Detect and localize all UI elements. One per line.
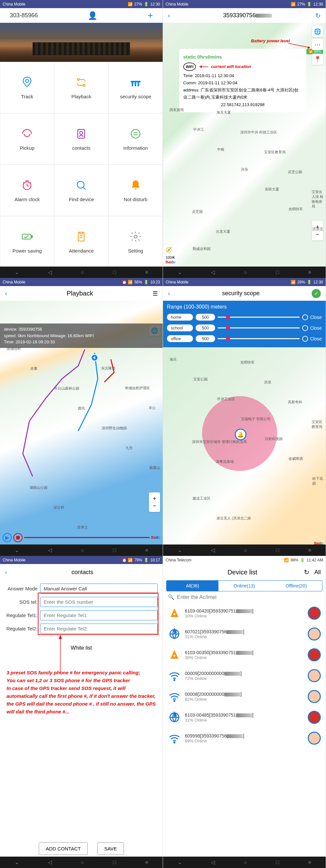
map[interactable]: device: 3593390756 speed: 0km Northbound… <box>0 301 163 545</box>
avatar[interactable] <box>308 627 321 641</box>
menu-item-pickup[interactable]: Pickup <box>0 113 54 165</box>
avatar[interactable] <box>308 690 321 703</box>
fence-range-input[interactable] <box>196 314 215 320</box>
playback-slider[interactable] <box>24 537 150 538</box>
nav-more[interactable]: ≡ <box>308 860 311 865</box>
nav-back[interactable]: ◁ <box>211 269 215 275</box>
menu-item-alarm-clock[interactable]: Alarm clock <box>0 165 54 216</box>
avatar[interactable] <box>308 648 321 661</box>
all-label[interactable]: All <box>314 569 321 576</box>
nav-back[interactable]: ◁ <box>48 547 52 553</box>
fence-range-input[interactable] <box>196 324 215 331</box>
device-item[interactable]: 6103-00420[3593390751]10% Online <box>163 603 326 624</box>
fence-name-input[interactable] <box>167 314 193 320</box>
avatar[interactable] <box>308 669 321 682</box>
map-globe[interactable]: 🌐 <box>312 26 323 37</box>
nav-home[interactable]: ○ <box>244 548 247 553</box>
nav-more[interactable]: ≡ <box>145 270 148 275</box>
menu-item-setting[interactable]: Setting <box>109 216 163 268</box>
range-slider[interactable] <box>218 317 300 318</box>
search-input[interactable] <box>177 594 321 600</box>
nav-home[interactable]: ○ <box>81 860 84 865</box>
menu-item-not-disturb[interactable]: Not disturb <box>109 165 163 216</box>
menu-item-contacts[interactable]: contacts <box>54 113 108 165</box>
nav-back[interactable]: ◁ <box>211 547 215 553</box>
nav-home[interactable]: ○ <box>81 548 84 553</box>
refresh-icon[interactable]: ↻ <box>315 12 321 20</box>
menu-item-security-scope[interactable]: security scope <box>109 62 163 113</box>
nav-recent[interactable]: □ <box>276 270 279 275</box>
device-item[interactable]: 00008[2000000000]62% Online <box>163 686 326 707</box>
nav-home[interactable]: ○ <box>81 270 84 275</box>
add-icon[interactable]: + <box>148 10 153 21</box>
nav-recent[interactable]: □ <box>276 860 279 865</box>
nav-menu[interactable]: ⌄ <box>15 547 19 553</box>
nav-more[interactable]: ≡ <box>145 548 148 553</box>
map-zoom[interactable]: +− <box>312 221 323 241</box>
whitelist-link[interactable]: White list <box>0 640 163 656</box>
range-slider[interactable] <box>218 338 300 339</box>
avatar[interactable] <box>308 732 321 745</box>
answer-mode-select[interactable]: Manual Answer Call <box>40 584 158 594</box>
menu-item-attendance[interactable]: Attendance <box>54 216 108 268</box>
nav-more[interactable]: ≡ <box>308 548 311 553</box>
map-zoom[interactable]: +− <box>149 492 160 512</box>
compass-icon[interactable]: 🧭 <box>166 247 172 253</box>
nav-more[interactable]: ≡ <box>145 860 148 865</box>
fence-name-input[interactable] <box>167 324 193 331</box>
add-contact-button[interactable]: ADD CONTACT <box>39 842 87 855</box>
nav-back[interactable]: ◁ <box>48 859 52 865</box>
device-item[interactable]: 6103-00350[3593390751]30% Online <box>163 644 326 665</box>
nav-back[interactable]: ◁ <box>48 269 52 275</box>
menu-item-playback[interactable]: Playback <box>54 62 108 113</box>
nav-home[interactable]: ○ <box>244 270 247 275</box>
avatar[interactable] <box>308 607 321 620</box>
back-button[interactable]: ‹ <box>5 290 7 297</box>
nav-recent[interactable]: □ <box>113 860 116 865</box>
tab-all[interactable]: All(36) <box>167 581 218 591</box>
nav-more[interactable]: ≡ <box>308 270 311 275</box>
device-item[interactable]: 00009[2000000000]72% Online <box>163 665 326 686</box>
close-toggle[interactable]: Close <box>302 314 322 320</box>
confirm-button[interactable]: ✓ <box>311 289 321 298</box>
map-locate[interactable]: 📍 <box>312 54 323 65</box>
nav-menu[interactable]: ⌄ <box>15 269 19 275</box>
nav-menu[interactable]: ⌄ <box>178 859 182 865</box>
nav-menu[interactable]: ⌄ <box>178 547 182 553</box>
menu-item-find-device[interactable]: Find device <box>54 165 108 216</box>
stop-button[interactable] <box>13 533 23 542</box>
tab-online[interactable]: Online(13) <box>218 581 270 591</box>
device-item[interactable]: 607021[3593390756]31% Online <box>163 624 326 644</box>
reg1-input[interactable] <box>40 610 158 620</box>
refresh-icon[interactable]: ↻ <box>304 568 309 576</box>
nav-recent[interactable]: □ <box>276 548 279 553</box>
close-toggle[interactable]: Close <box>302 336 322 342</box>
back-button[interactable]: ‹ <box>168 12 170 19</box>
nav-recent[interactable]: □ <box>113 270 116 275</box>
nav-recent[interactable]: □ <box>113 548 116 553</box>
map[interactable]: Battery power level 📶 88% static 0hrs0mi… <box>163 23 326 267</box>
device-item[interactable]: 609998[3593390756]69% Online <box>163 728 326 749</box>
avatar[interactable] <box>308 711 321 724</box>
fence-range-input[interactable] <box>196 335 215 342</box>
nav-menu[interactable]: ⌄ <box>178 269 182 275</box>
device-item[interactable]: 6103-00485[3593390751]31% Online <box>163 707 326 728</box>
sos-input[interactable] <box>40 597 158 607</box>
range-slider[interactable] <box>218 328 300 329</box>
menu-icon[interactable]: ☰ <box>153 290 158 297</box>
menu-item-information[interactable]: Information <box>109 113 163 165</box>
map-more[interactable]: ⋯ <box>312 39 323 50</box>
save-button[interactable]: SAVE <box>98 842 124 855</box>
close-toggle[interactable]: Close <box>302 325 322 331</box>
nav-home[interactable]: ○ <box>244 860 247 865</box>
user-icon[interactable]: 👤 <box>88 11 98 20</box>
back-button[interactable]: ‹ <box>168 290 170 297</box>
play-button[interactable]: ▶ <box>3 533 12 542</box>
back-button[interactable]: ‹ <box>5 568 7 576</box>
reg2-input[interactable] <box>40 624 158 634</box>
nav-menu[interactable]: ⌄ <box>15 859 19 865</box>
menu-item-track[interactable]: Track <box>0 62 54 113</box>
tab-offline[interactable]: Offline(20) <box>270 581 322 591</box>
geofence-pin[interactable]: 🔔 <box>235 429 246 440</box>
fence-name-input[interactable] <box>167 335 193 342</box>
